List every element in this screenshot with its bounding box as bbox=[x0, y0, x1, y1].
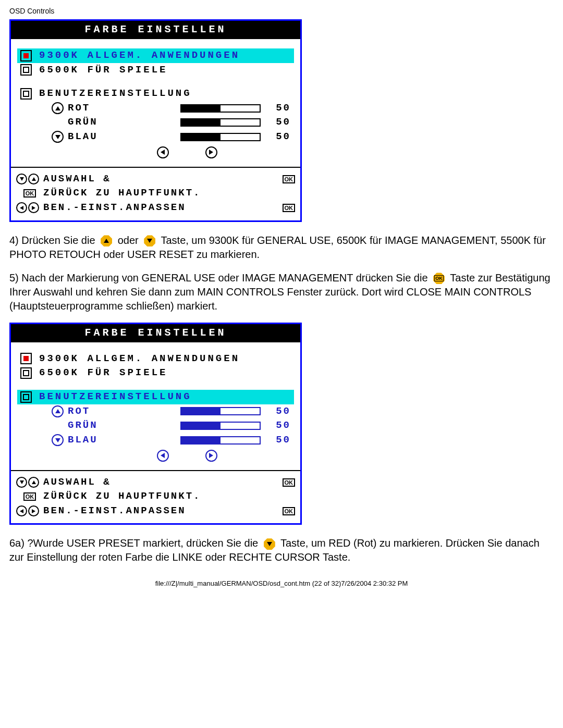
footer-label: ZÜRÜCK ZU HAUPTFUNKT. bbox=[43, 187, 295, 200]
footer-row-select: AUSWAHL & OK bbox=[16, 475, 295, 490]
instruction-6a: 6a) ?Wurde USER PRESET markiert, drücken… bbox=[9, 536, 554, 564]
arrow-up-icon bbox=[52, 405, 64, 417]
arrow-up-icon bbox=[28, 477, 39, 488]
rgb-label: GRÜN bbox=[68, 116, 115, 129]
arrow-right-icon bbox=[28, 202, 39, 213]
radio-unselected-icon bbox=[20, 64, 32, 76]
slider-value: 50 bbox=[270, 130, 291, 144]
slider-value: 50 bbox=[270, 102, 291, 115]
rgb-row-blau: BLAU 50 bbox=[17, 130, 294, 144]
rgb-label: GRÜN bbox=[68, 419, 115, 433]
osd-panel-2: FARBE EINSTELLEN 9300K ALLGEM. ANWENDUNG… bbox=[9, 323, 302, 525]
ok-icon: OK bbox=[283, 204, 296, 212]
page-footer: file:///Z|/multi_manual/GERMAN/OSD/osd_c… bbox=[9, 579, 554, 588]
option-9300k[interactable]: 9300K ALLGEM. ANWENDUNGEN bbox=[17, 48, 294, 63]
footer-row-back: OK ZÜRÜCK ZU HAUPTFUNKT. bbox=[16, 489, 295, 504]
footer-label: AUSWAHL & bbox=[43, 476, 283, 489]
rgb-row-rot: ROT 50 bbox=[17, 404, 294, 419]
footer-label: BEN.-EINST.ANPASSEN bbox=[43, 504, 283, 518]
instruction-4: 4) Drücken Sie die oder Taste, um 9300K … bbox=[9, 233, 554, 262]
ok-icon: OK bbox=[283, 507, 296, 515]
option-label: 6500K FÜR SPIELE bbox=[39, 64, 167, 77]
rgb-row-blau: BLAU 50 bbox=[17, 433, 294, 448]
rgb-label: ROT bbox=[68, 102, 115, 115]
slider-value: 50 bbox=[270, 419, 291, 433]
slider-bar[interactable] bbox=[180, 133, 261, 141]
rgb-label: BLAU bbox=[68, 434, 115, 447]
arrow-left-icon bbox=[157, 146, 169, 158]
osd-title: FARBE EINSTELLEN bbox=[11, 324, 300, 342]
radio-selected-icon bbox=[20, 50, 32, 61]
slider-bar[interactable] bbox=[180, 407, 261, 415]
arrow-down-icon bbox=[16, 174, 27, 184]
arrow-left-icon bbox=[157, 450, 169, 462]
option-label: 9300K ALLGEM. ANWENDUNGEN bbox=[39, 352, 240, 366]
radio-unselected-icon bbox=[20, 391, 32, 403]
spacer bbox=[52, 117, 64, 129]
spacer bbox=[52, 420, 64, 432]
option-9300k[interactable]: 9300K ALLGEM. ANWENDUNGEN bbox=[17, 352, 294, 366]
rgb-label: BLAU bbox=[68, 130, 115, 144]
down-button-icon bbox=[143, 235, 156, 247]
rgb-row-gruen: GRÜN 50 bbox=[17, 418, 294, 433]
slider-value: 50 bbox=[270, 116, 291, 129]
rgb-row-gruen: GRÜN 50 bbox=[17, 115, 294, 130]
footer-row-adjust: BEN.-EINST.ANPASSEN OK bbox=[16, 201, 295, 215]
arrow-up-icon bbox=[52, 102, 64, 114]
arrow-right-icon bbox=[205, 146, 217, 158]
footer-row-select: AUSWAHL & OK bbox=[16, 172, 295, 187]
text: 5) Nach der Markierung von GENERAL USE o… bbox=[9, 272, 428, 283]
option-user-setting[interactable]: BENUTZEREINSTELLUNG bbox=[17, 390, 294, 404]
text: 4) Drücken Sie die bbox=[9, 235, 95, 246]
osd-panel-1: FARBE EINSTELLEN 9300K ALLGEM. ANWENDUNG… bbox=[9, 19, 302, 222]
radio-unselected-icon bbox=[20, 367, 32, 379]
left-right-arrows bbox=[17, 448, 294, 466]
option-label: 9300K ALLGEM. ANWENDUNGEN bbox=[39, 49, 240, 63]
radio-selected-icon bbox=[20, 353, 32, 364]
ok-icon: OK bbox=[23, 492, 36, 501]
ok-icon: OK bbox=[283, 478, 296, 487]
rgb-label: ROT bbox=[68, 405, 115, 418]
footer-row-back: OK ZÜRÜCK ZU HAUPTFUNKT. bbox=[16, 186, 295, 201]
ok-icon: OK bbox=[283, 175, 296, 183]
radio-unselected-icon bbox=[20, 88, 32, 100]
arrow-left-icon bbox=[16, 505, 27, 516]
footer-label: AUSWAHL & bbox=[43, 172, 283, 186]
slider-value: 50 bbox=[270, 405, 291, 418]
down-button-icon bbox=[263, 538, 276, 550]
text: oder bbox=[118, 235, 139, 246]
footer-label: ZÜRÜCK ZU HAUPTFUNKT. bbox=[43, 490, 295, 503]
osd-body: 9300K ALLGEM. ANWENDUNGEN 6500K FÜR SPIE… bbox=[11, 342, 300, 470]
arrow-down-icon bbox=[52, 434, 64, 446]
option-label: BENUTZEREINSTELLUNG bbox=[39, 87, 192, 101]
left-right-arrows bbox=[17, 144, 294, 163]
rgb-row-rot: ROT 50 bbox=[17, 101, 294, 116]
footer-row-adjust: BEN.-EINST.ANPASSEN OK bbox=[16, 504, 295, 519]
ok-button-icon: OK bbox=[433, 272, 445, 285]
osd-body: 9300K ALLGEM. ANWENDUNGEN 6500K FÜR SPIE… bbox=[11, 39, 300, 167]
option-6500k[interactable]: 6500K FÜR SPIELE bbox=[17, 63, 294, 78]
slider-bar[interactable] bbox=[180, 104, 261, 113]
slider-bar[interactable] bbox=[180, 436, 261, 445]
instruction-5: 5) Nach der Markierung von GENERAL USE o… bbox=[9, 271, 554, 313]
ok-icon: OK bbox=[23, 189, 36, 198]
footer-label: BEN.-EINST.ANPASSEN bbox=[43, 201, 283, 215]
slider-bar[interactable] bbox=[180, 118, 261, 127]
arrow-right-icon bbox=[205, 450, 217, 462]
text: 6a) ?Wurde USER PRESET markiert, drücken… bbox=[9, 537, 258, 549]
option-label: 6500K FÜR SPIELE bbox=[39, 366, 167, 380]
arrow-down-icon bbox=[52, 131, 64, 143]
option-6500k[interactable]: 6500K FÜR SPIELE bbox=[17, 366, 294, 380]
arrow-left-icon bbox=[16, 202, 27, 213]
arrow-up-icon bbox=[28, 174, 39, 184]
up-button-icon bbox=[100, 235, 113, 247]
osd-title: FARBE EINSTELLEN bbox=[11, 21, 300, 39]
page-header: OSD Controls bbox=[9, 6, 554, 16]
arrow-down-icon bbox=[16, 477, 27, 488]
slider-bar[interactable] bbox=[180, 422, 261, 430]
option-user-setting[interactable]: BENUTZEREINSTELLUNG bbox=[17, 87, 294, 101]
option-label: BENUTZEREINSTELLUNG bbox=[39, 390, 192, 404]
osd-footer: AUSWAHL & OK OK ZÜRÜCK ZU HAUPTFUNKT. BE… bbox=[11, 470, 300, 524]
slider-value: 50 bbox=[270, 434, 291, 447]
osd-footer: AUSWAHL & OK OK ZÜRÜCK ZU HAUPTFUNKT. BE… bbox=[11, 167, 300, 220]
